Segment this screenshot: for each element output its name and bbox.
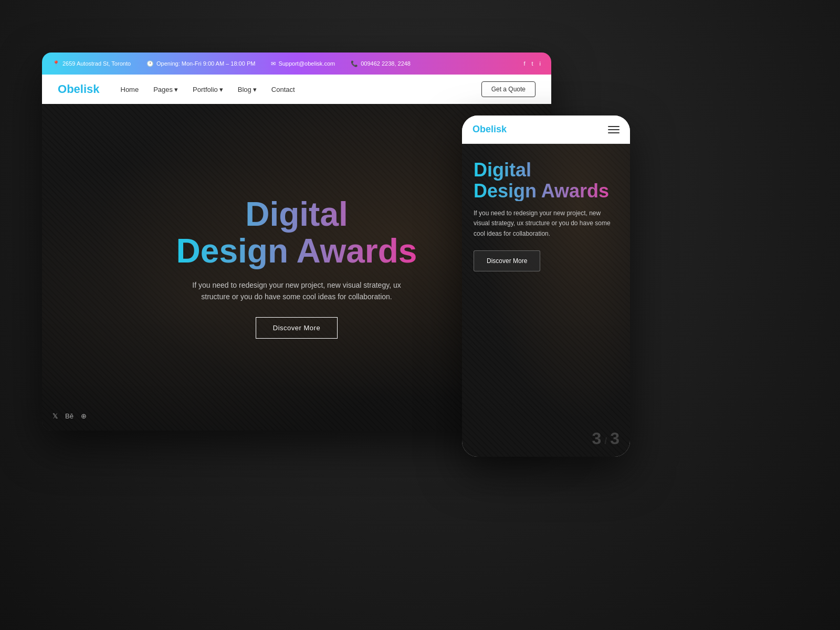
facebook-icon[interactable]: f <box>523 60 525 67</box>
slide-current: 3 <box>592 429 601 448</box>
instagram-icon[interactable]: i <box>540 60 541 67</box>
mobile-logo-text: belisk <box>480 124 507 134</box>
mobile-hero-subtitle: If you need to redesign your new project… <box>474 208 618 239</box>
mobile-mockup: Obelisk Digital Design Awards If you nee… <box>462 116 630 457</box>
topbar-hours: Opening: Mon-Fri 9:00 AM – 18:00 PM <box>156 60 255 67</box>
desktop-social-sidebar: 𝕏 Bē ⊕ <box>52 412 87 420</box>
phone-icon: 📞 <box>351 60 358 67</box>
desktop-logo[interactable]: Obelisk <box>58 82 100 96</box>
hamburger-menu-button[interactable] <box>608 126 620 133</box>
mobile-hero-content: Digital Design Awards If you need to red… <box>474 160 618 271</box>
topbar-social-icons: f t i <box>523 60 541 67</box>
mobile-hero-title-line2: Design Awards <box>474 181 618 202</box>
desktop-hero-content: Digital Design Awards If you need to red… <box>176 196 417 339</box>
hamburger-line-3 <box>608 132 620 133</box>
hero-title-line1: Digital <box>176 196 417 233</box>
twitter-icon[interactable]: t <box>531 60 533 67</box>
hero-title-line2: Design Awards <box>176 233 417 269</box>
pin-icon: 📍 <box>52 60 60 67</box>
mobile-nav: Obelisk <box>462 116 630 144</box>
mobile-slide-indicator: 3 / 3 <box>592 429 620 448</box>
nav-portfolio[interactable]: Portfolio ▾ <box>193 86 223 93</box>
twitter-sidebar-icon[interactable]: 𝕏 <box>52 412 58 420</box>
slide-total: 3 <box>610 429 620 448</box>
topbar-phone: 009462 2238, 2248 <box>361 60 411 67</box>
desktop-topbar: 📍 2659 Autostrad St, Toronto 🕐 Opening: … <box>42 52 551 75</box>
nav-contact[interactable]: Contact <box>271 86 295 93</box>
mail-icon: ✉ <box>271 60 276 67</box>
pinterest-sidebar-icon[interactable]: ⊕ <box>81 412 87 420</box>
nav-pages[interactable]: Pages ▾ <box>153 86 178 93</box>
hero-subtitle: If you need to redesign your new project… <box>192 279 402 303</box>
topbar-phone-item: 📞 009462 2238, 2248 <box>351 60 411 67</box>
hamburger-line-1 <box>608 126 620 127</box>
logo-accent: O <box>58 82 67 96</box>
mobile-discover-more-button[interactable]: Discover More <box>474 250 540 271</box>
nav-blog[interactable]: Blog ▾ <box>238 86 257 93</box>
chevron-down-icon: ▾ <box>174 86 178 93</box>
topbar-address: 2659 Autostrad St, Toronto <box>62 60 131 67</box>
mobile-logo[interactable]: Obelisk <box>472 124 608 135</box>
topbar-hours-item: 🕐 Opening: Mon-Fri 9:00 AM – 18:00 PM <box>146 60 255 67</box>
mobile-logo-accent: O <box>472 124 480 134</box>
hamburger-line-2 <box>608 129 620 130</box>
discover-more-button[interactable]: Discover More <box>256 317 338 339</box>
desktop-nav-links: Home Pages ▾ Portfolio ▾ Blog ▾ Contact <box>121 86 481 93</box>
slide-separator: / <box>604 436 607 447</box>
nav-home[interactable]: Home <box>121 86 139 93</box>
logo-text: belisk <box>67 82 99 96</box>
behance-sidebar-icon[interactable]: Bē <box>65 412 74 420</box>
mobile-hero-title-line1: Digital <box>474 160 618 181</box>
mobile-hero: Digital Design Awards If you need to red… <box>462 144 630 457</box>
topbar-email: Support@obelisk.com <box>278 60 335 67</box>
clock-icon: 🕐 <box>146 60 154 67</box>
topbar-address-item: 📍 2659 Autostrad St, Toronto <box>52 60 131 67</box>
get-quote-button[interactable]: Get a Quote <box>481 81 536 97</box>
chevron-down-icon: ▾ <box>219 86 223 93</box>
topbar-email-item: ✉ Support@obelisk.com <box>271 60 335 67</box>
desktop-nav: Obelisk Home Pages ▾ Portfolio ▾ Blog ▾ … <box>42 75 551 104</box>
chevron-down-icon: ▾ <box>253 86 257 93</box>
